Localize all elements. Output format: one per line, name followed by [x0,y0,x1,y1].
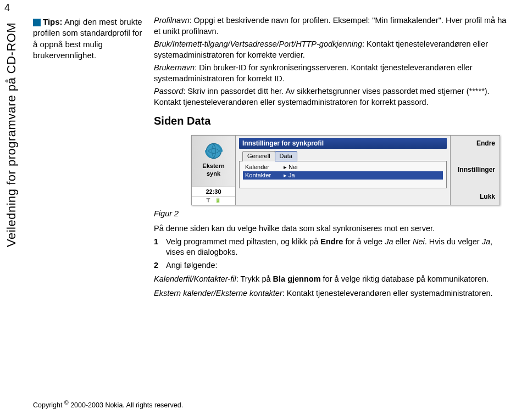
copyright-post: 2000-2003 Nokia. All rights reserved. [69,401,183,409]
step1-ja2: Ja [482,237,490,246]
kalenderfil-pre: : Trykk på [236,275,273,283]
step1-pre: Velg programmet med piltasten, og klikk … [166,237,320,246]
def-ekstern: Ekstern kalender/Eksterne kontakter: Kon… [154,288,511,299]
def-profilnavn: Profilnavn: Oppgi et beskrivende navn fo… [154,15,511,37]
innstillinger-button[interactable]: Innstillinger [451,165,500,174]
body-intro: På denne siden kan du velge hvilke data … [154,223,511,234]
main-content: Profilnavn: Oppgi et beskrivende navn fo… [154,15,511,299]
step1-post: . Hvis du velger [425,237,482,246]
step1-ja: Ja [385,237,393,246]
term-brukernavn: Brukernavn [154,63,195,72]
step-num-1: 1 [154,237,166,258]
device-app-label-1: Ekstern [202,162,224,170]
page-number: 4 [4,2,10,14]
step1-mid: for å velge [343,237,385,246]
step2-text: Angi følgende: [166,260,218,271]
ekstern-text: : Kontakt tjenesteleverandøren eller sys… [282,289,493,298]
lukk-button[interactable]: Lukk [451,192,500,201]
device-middle-panel: Innstillinger for synkprofil Generell Da… [236,136,450,205]
text-passord: : Skriv inn passordet ditt her. Av sikke… [154,87,490,107]
row-kalender[interactable]: Kalender ▸ Nei [245,163,441,171]
def-kalenderfil: Kalenderfil/Kontakter-fil: Trykk på Bla … [154,274,511,285]
def-brukernavn: Brukernavn: Din bruker-ID for synkronise… [154,63,511,84]
tabs-row: Generell Data [242,151,447,161]
term-ekstern: Ekstern kalender/Eksterne kontakter [154,289,282,298]
def-passord: Passord: Skriv inn passordet ditt her. A… [154,86,511,108]
arrow-icon: ▸ [284,163,289,171]
globe-icon [204,141,224,161]
endre-button[interactable]: Endre [451,139,500,148]
figure-caption: Figur 2 [154,209,511,220]
device-status-icons: ⊤ 🔋 [192,196,235,204]
kalenderfil-post: for å velge riktig database på kommunika… [321,275,489,283]
row-kalender-value: Nei [289,163,298,171]
device-left-panel: Ekstern synk 22:30 ⊤ 🔋 [192,136,236,205]
row-kalender-label: Kalender [245,163,284,171]
text-profilnavn: : Oppgi et beskrivende navn for profilen… [154,16,506,36]
figure-area: Ekstern synk 22:30 ⊤ 🔋 Innstillinger for… [154,135,511,220]
tip-icon [33,19,41,26]
step1-nei: Nei [413,237,425,246]
row-kontakter-label: Kontakter [245,171,284,180]
row-kontakter[interactable]: Kontakter ▸ Ja [243,171,443,180]
step-2: 2 Angi følgende: [154,260,511,271]
term-profilnavn: Profilnavn [154,16,189,25]
device-app-label-2: synk [207,170,220,178]
device-window-title: Innstillinger for synkprofil [239,138,447,149]
vertical-title: Veiledning for programvare på CD-ROM [4,16,19,253]
arrow-icon: ▸ [284,171,289,180]
text-brukernavn: : Din bruker-ID for synkroniseringsserve… [154,63,472,83]
def-bruk: Bruk/Internett-tilgang/Vertsadresse/Port… [154,39,511,60]
tab-generell[interactable]: Generell [242,151,275,161]
device-screen: Ekstern synk 22:30 ⊤ 🔋 Innstillinger for… [191,135,500,205]
copyright-pre: Copyright [33,401,64,409]
step-1: 1 Velg programmet med piltasten, og klik… [154,237,511,258]
copyright-symbol: © [64,400,69,406]
row-kontakter-value: Ja [289,171,295,180]
tab-content: Kalender ▸ Nei Kontakter ▸ Ja [239,161,447,188]
copyright: Copyright © 2000-2003 Nokia. All rights … [33,400,183,409]
step-num-2: 2 [154,260,166,271]
kalenderfil-bold: Bla gjennom [273,275,321,283]
step1-bold: Endre [320,237,343,246]
term-kalenderfil: Kalenderfil/Kontakter-fil [154,275,236,283]
device-right-panel: Endre Innstillinger Lukk [450,136,500,205]
tip-label: Tips: [43,17,63,26]
device-clock: 22:30 [192,187,235,197]
term-passord: Passord [154,87,183,96]
step1-eller: eller [393,237,412,246]
term-bruk: Bruk/Internett-tilgang/Vertsadresse/Port… [154,40,362,48]
section-title: Siden Data [154,114,511,128]
tip-box: Tips: Angi den mest brukte profilen som … [33,16,143,61]
tab-data[interactable]: Data [275,151,297,161]
